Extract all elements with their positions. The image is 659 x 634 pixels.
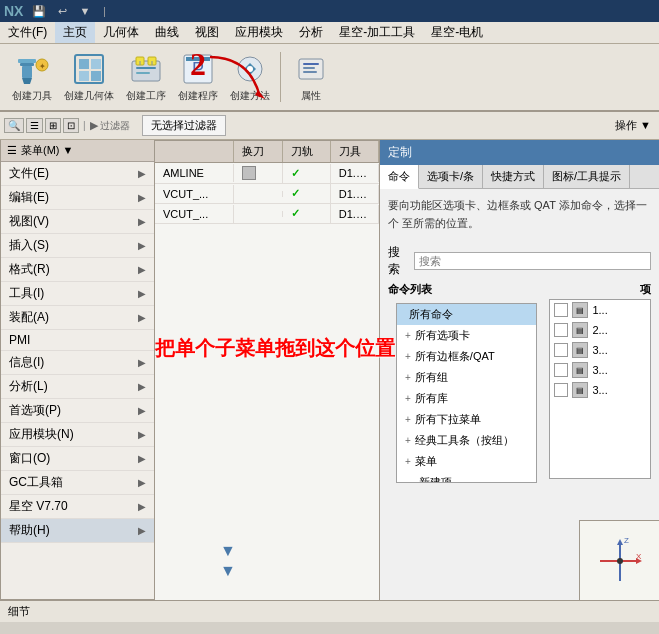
filter-icon[interactable]: ▶	[90, 119, 98, 132]
create-work-label: 创建工序	[126, 89, 166, 103]
cmd-menu[interactable]: + 菜单	[397, 451, 536, 472]
tab-shortcuts[interactable]: 快捷方式	[483, 165, 544, 188]
menu-arrow-window: ▶	[138, 453, 146, 464]
row-name-1: VCUT_...	[155, 185, 234, 203]
svg-rect-9	[79, 71, 89, 81]
cmd-all-frames[interactable]: + 所有边框条/QAT	[397, 346, 536, 367]
svg-rect-20	[186, 57, 210, 61]
tab-commands[interactable]: 命令	[380, 165, 419, 189]
ops-label[interactable]: 操作 ▼	[615, 118, 655, 133]
menu-item-format[interactable]: 格式(R) ▶	[1, 258, 154, 282]
menu-curve[interactable]: 曲线	[147, 22, 187, 43]
cmd-classic-toolbar[interactable]: + 经典工具条（按组）	[397, 430, 536, 451]
attr-btn[interactable]: 属性	[287, 49, 335, 105]
menu-home[interactable]: 主页	[55, 22, 95, 43]
menu-file[interactable]: 文件(F)	[0, 22, 55, 43]
table-row[interactable]: VCUT_... ✓ D1.R0.5	[155, 204, 379, 224]
menu-bar: 文件(F) 主页 几何体 曲线 视图 应用模块 分析 星空-加工工具 星空-电机	[0, 22, 659, 44]
menu-item-file[interactable]: 文件(E) ▶	[1, 162, 154, 186]
item-checkbox-0[interactable]	[554, 303, 568, 317]
toolbar-divider-1	[280, 52, 281, 102]
cmd-all-tabs[interactable]: + 所有选项卡	[397, 325, 536, 346]
toolbar-small-2[interactable]: ☰	[26, 118, 43, 133]
menu-item-window[interactable]: 窗口(O) ▶	[1, 447, 154, 471]
toolbar-small-3[interactable]: ⊞	[45, 118, 61, 133]
menu-header[interactable]: ☰ 菜单(M) ▼	[1, 140, 154, 162]
right-panel-description: 要向功能区选项卡、边框条或 QAT 添加命令，选择一个 至所需的位置。	[380, 189, 659, 240]
create-knife-btn[interactable]: ✦ 创建刀具	[8, 49, 56, 105]
menu-geometry[interactable]: 几何体	[95, 22, 147, 43]
row-change-0	[234, 163, 282, 183]
menu-arrow-help: ▶	[138, 525, 146, 536]
cmd-new-item[interactable]: 新建项	[397, 472, 536, 483]
create-prog-icon: P	[180, 51, 216, 87]
item-checkbox-2[interactable]	[554, 343, 568, 357]
menu-item-view[interactable]: 视图(V) ▶	[1, 210, 154, 234]
item-row-4[interactable]: ▤ 3...	[550, 380, 650, 400]
row-tool-2: D1.R0.5	[331, 205, 379, 223]
table-row[interactable]: AMLINE ✓ D1.R0.5	[155, 163, 379, 184]
svg-rect-10	[91, 71, 101, 81]
menu-item-insert[interactable]: 插入(S) ▶	[1, 234, 154, 258]
no-filter-btn[interactable]: 无选择过滤器	[142, 115, 226, 136]
menu-item-assembly[interactable]: 装配(A) ▶	[1, 306, 154, 330]
menu-item-prefs[interactable]: 首选项(P) ▶	[1, 399, 154, 423]
item-row-1[interactable]: ▤ 2...	[550, 320, 650, 340]
chevron-down-2[interactable]: ▼	[220, 562, 236, 580]
separator2: |	[83, 120, 86, 131]
chevron-down[interactable]: ▼	[220, 542, 236, 560]
attr-label: 属性	[301, 89, 321, 103]
menu-arrow-analysis: ▶	[138, 381, 146, 392]
undo-icon[interactable]: ↩	[55, 4, 70, 19]
menu-item-analysis[interactable]: 分析(L) ▶	[1, 375, 154, 399]
item-row-2[interactable]: ▤ 3...	[550, 340, 650, 360]
table-row[interactable]: VCUT_... ✓ D1.R0.5	[155, 184, 379, 204]
menu-app[interactable]: 应用模块	[227, 22, 291, 43]
menu-item-appmod[interactable]: 应用模块(N) ▶	[1, 423, 154, 447]
menu-item-pmi[interactable]: PMI	[1, 330, 154, 351]
toolbar-small-1[interactable]: 🔍	[4, 118, 24, 133]
toolbar-small-4[interactable]: ⊡	[63, 118, 79, 133]
menu-arrow-appmod: ▶	[138, 429, 146, 440]
item-checkbox-3[interactable]	[554, 363, 568, 377]
save-icon[interactable]: 💾	[29, 4, 49, 19]
menu-view[interactable]: 视图	[187, 22, 227, 43]
item-checkbox-4[interactable]	[554, 383, 568, 397]
tab-icons[interactable]: 图标/工具提示	[544, 165, 630, 188]
plus-icon-1: +	[405, 330, 411, 341]
item-row-3[interactable]: ▤ 3...	[550, 360, 650, 380]
menu-item-info[interactable]: 信息(I) ▶	[1, 351, 154, 375]
filter-label-prefix: 过滤器	[100, 119, 130, 133]
attr-icon	[293, 51, 329, 87]
create-geo-btn[interactable]: 创建几何体	[60, 49, 118, 105]
create-prog-btn[interactable]: P 创建程序	[174, 49, 222, 105]
menu-item-tools[interactable]: 工具(I) ▶	[1, 282, 154, 306]
cmd-list-label: 命令列表	[388, 282, 432, 297]
menu-analysis[interactable]: 分析	[291, 22, 331, 43]
search-input[interactable]	[414, 252, 651, 270]
create-geo-label: 创建几何体	[64, 89, 114, 103]
menu-item-edit[interactable]: 编辑(E) ▶	[1, 186, 154, 210]
create-work-icon	[128, 51, 164, 87]
create-work-btn[interactable]: 创建工序	[122, 49, 170, 105]
cmd-all-commands[interactable]: 所有命令	[397, 304, 536, 325]
cmd-all-dropdown[interactable]: + 所有下拉菜单	[397, 409, 536, 430]
cmd-all-lib[interactable]: + 所有库	[397, 388, 536, 409]
cmd-all-groups[interactable]: + 所有组	[397, 367, 536, 388]
items-right-panel: ▤ 1... ▤ 2... ▤ 3... ▤	[549, 299, 651, 479]
dropdown-icon[interactable]: ▼	[76, 4, 93, 18]
row-name-0: AMLINE	[155, 164, 234, 182]
item-checkbox-1[interactable]	[554, 323, 568, 337]
create-method-btn[interactable]: 创建方法	[226, 49, 274, 105]
item-row-0[interactable]: ▤ 1...	[550, 300, 650, 320]
menu-item-help[interactable]: 帮助(H) ▶	[1, 519, 154, 543]
plus-icon-6: +	[405, 435, 411, 446]
row-change-1	[234, 191, 282, 197]
menu-starsky-tool[interactable]: 星空-加工工具	[331, 22, 423, 43]
app-logo: NX	[4, 3, 23, 19]
menu-item-gctoolbox[interactable]: GC工具箱 ▶	[1, 471, 154, 495]
menu-item-starsky[interactable]: 星空 V7.70 ▶	[1, 495, 154, 519]
row-change-2	[234, 211, 282, 217]
menu-starsky-elec[interactable]: 星空-电机	[423, 22, 491, 43]
tab-options[interactable]: 选项卡/条	[419, 165, 483, 188]
